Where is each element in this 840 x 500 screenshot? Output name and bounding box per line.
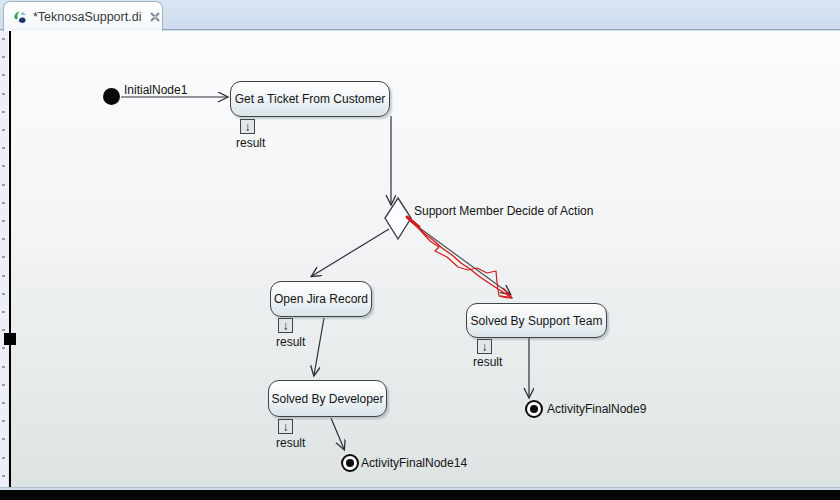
diagram-frame-edge (9, 31, 11, 487)
bottom-black-bar (0, 490, 840, 500)
pin-arrow-icon: ↓ (283, 421, 289, 433)
action-node-label: Solved By Support Team (471, 314, 603, 328)
action-node-label: Solved By Developer (271, 392, 383, 406)
pin-label-result[interactable]: result (276, 436, 305, 450)
final-node-dot (346, 459, 354, 467)
action-node-label: Open Jira Record (274, 292, 368, 306)
action-node-open-jira[interactable]: Open Jira Record (270, 281, 372, 317)
final-node-dot (530, 405, 538, 413)
initial-node-label[interactable]: InitialNode1 (124, 83, 187, 97)
pin-label-result[interactable]: result (236, 136, 265, 150)
diagram-canvas[interactable] (0, 31, 840, 487)
final-node-9-label[interactable]: ActivityFinalNode9 (547, 402, 646, 416)
output-pin-open-jira[interactable]: ↓ (278, 318, 293, 333)
papyrus-icon (12, 9, 28, 25)
action-node-get-ticket[interactable]: Get a Ticket From Customer (230, 81, 390, 117)
action-node-label: Get a Ticket From Customer (235, 92, 386, 106)
diagram-editor-window: *TeknosaSupport.di (0, 0, 840, 500)
pin-label-result[interactable]: result (473, 355, 502, 369)
editor-tab-teknosasupport[interactable]: *TeknosaSupport.di (3, 1, 163, 31)
pin-arrow-icon: ↓ (283, 320, 289, 332)
editor-tab-bar: *TeknosaSupport.di (0, 0, 840, 30)
frame-selection-handle[interactable] (4, 333, 16, 345)
action-node-solved-support[interactable]: Solved By Support Team (466, 303, 607, 338)
initial-node[interactable] (103, 88, 120, 105)
decision-node-label[interactable]: Support Member Decide of Action (414, 204, 593, 218)
output-pin-get-ticket[interactable]: ↓ (240, 119, 255, 134)
activity-final-node-14[interactable] (341, 454, 359, 472)
pin-arrow-icon: ↓ (482, 341, 488, 353)
tab-title: *TeknosaSupport.di (33, 10, 141, 24)
output-pin-solved-dev[interactable]: ↓ (278, 419, 293, 434)
action-node-solved-dev[interactable]: Solved By Developer (268, 380, 387, 417)
activity-final-node-9[interactable] (525, 400, 543, 418)
pin-label-result[interactable]: result (276, 335, 305, 349)
pin-arrow-icon: ↓ (245, 121, 251, 133)
output-pin-solved-support[interactable]: ↓ (477, 339, 492, 354)
close-icon[interactable] (148, 10, 162, 24)
final-node-14-label[interactable]: ActivityFinalNode14 (361, 456, 467, 470)
ruler-tick-marks (2, 38, 5, 484)
